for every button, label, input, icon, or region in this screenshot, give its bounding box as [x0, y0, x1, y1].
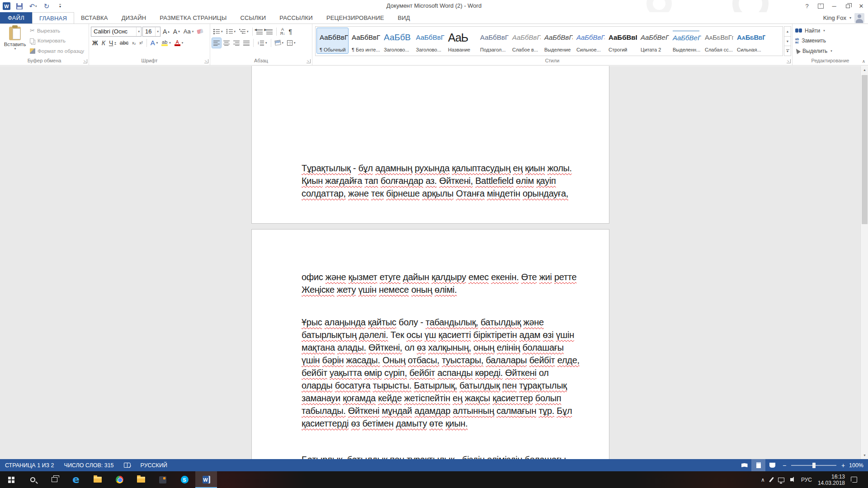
change-case-button[interactable]: Аа	[182, 27, 195, 37]
tray-clock[interactable]: 16:13 14.03.2018	[818, 474, 845, 486]
document-page-2[interactable]: офис және қызмет етуге дайын қалдыру еме…	[251, 229, 609, 459]
dialog-launcher-icon[interactable]: ↘	[83, 59, 87, 63]
zoom-out-button[interactable]: −	[779, 462, 789, 469]
restore-button[interactable]	[841, 1, 854, 12]
style-card-h1[interactable]: АаБбВЗаголово...	[381, 28, 412, 53]
print-layout-button[interactable]	[751, 459, 765, 471]
style-card-normal[interactable]: АаБбВвГг,¶ Обычный	[317, 28, 348, 53]
highlight-color-button[interactable]: ab	[160, 38, 172, 48]
decrease-indent-button[interactable]: ◀	[255, 27, 264, 37]
bullets-button[interactable]	[212, 27, 224, 37]
multilevel-list-button[interactable]	[238, 27, 250, 37]
tab-file[interactable]: ФАЙЛ	[0, 12, 32, 23]
style-card-em[interactable]: АаБбВвГаВыделение	[542, 28, 573, 53]
select-button[interactable]: Выделить	[795, 47, 865, 55]
tab-mailings[interactable]: РАССЫЛКИ	[273, 12, 320, 23]
sort-button[interactable]: АЯ↓	[279, 27, 287, 37]
network-icon[interactable]	[778, 478, 784, 482]
style-card-quote[interactable]: АаБбВеГаЦитата 2	[638, 28, 669, 53]
zoom-in-button[interactable]: +	[838, 462, 848, 469]
vertical-scrollbar[interactable]: ▲ ▼	[860, 66, 868, 459]
clear-formatting-button[interactable]	[196, 27, 204, 37]
style-card-subtitle[interactable]: АаБбВвГПодзагол...	[477, 28, 509, 53]
word-button[interactable]: W	[195, 471, 217, 488]
styles-more-icon[interactable]: ▼	[784, 46, 791, 56]
style-card-strict[interactable]: АаБбВвГг,Строгий	[606, 28, 637, 53]
style-card-iquote[interactable]: АаБбВеГаВыделенн...	[670, 28, 701, 53]
taskview-button[interactable]	[43, 471, 65, 488]
folder-button[interactable]	[87, 471, 108, 488]
style-card-subtle-ref[interactable]: АаБбВвГг,Слабая сс...	[702, 28, 733, 53]
paste-button[interactable]: Вставить	[2, 26, 28, 56]
edge-button[interactable]: e	[65, 471, 87, 488]
skype-button[interactable]: S	[174, 471, 195, 488]
line-spacing-button[interactable]: ↕	[256, 38, 269, 48]
language-indicator[interactable]: РУССКИЙ	[136, 459, 172, 471]
align-left-button[interactable]	[212, 38, 221, 48]
tab-view[interactable]: ВИД	[391, 12, 417, 23]
show-formatting-marks-button[interactable]: ¶	[288, 27, 294, 37]
dialog-launcher-icon[interactable]: ↘	[787, 59, 791, 63]
grow-font-button[interactable]: А	[161, 27, 171, 37]
font-size-combo[interactable]: 16▾	[142, 27, 160, 37]
tab-home[interactable]: ГЛАВНАЯ	[32, 12, 74, 23]
action-center-icon[interactable]	[851, 477, 857, 483]
dialog-launcher-icon[interactable]: ↘	[307, 59, 311, 63]
font-name-combo[interactable]: Calibri (Оснс▾	[91, 27, 142, 37]
app-button[interactable]	[152, 471, 174, 488]
replace-button[interactable]: abacЗаменить	[795, 37, 865, 45]
page-indicator[interactable]: СТРАНИЦА 1 ИЗ 2	[0, 459, 59, 471]
increase-indent-button[interactable]: ▶	[265, 27, 274, 37]
chrome-button[interactable]	[108, 471, 130, 488]
tab-design[interactable]: ДИЗАЙН	[115, 12, 153, 23]
style-card-subtle-em[interactable]: АаБбВвГаСлабое в...	[509, 28, 541, 53]
underline-button[interactable]: Ч	[108, 38, 118, 48]
tab-layout[interactable]: РАЗМЕТКА СТРАНИЦЫ	[153, 12, 233, 23]
subscript-button[interactable]: x₂	[131, 38, 137, 48]
ink-pen-icon[interactable]	[771, 477, 772, 483]
numbering-button[interactable]	[225, 27, 237, 37]
strikethrough-button[interactable]: abc	[118, 38, 130, 48]
search-button[interactable]	[22, 471, 43, 488]
document-canvas[interactable]: Тұрақтылық - бұл адамның рухында қалыпта…	[0, 66, 868, 459]
ribbon-display-options-button[interactable]	[814, 1, 827, 12]
align-right-button[interactable]	[232, 38, 241, 48]
word-count[interactable]: ЧИСЛО СЛОВ: 315	[59, 459, 119, 471]
find-button[interactable]: Найти	[795, 27, 865, 34]
scroll-up-icon[interactable]: ▲	[861, 66, 868, 74]
style-card-title[interactable]: АаЬНазвание	[445, 28, 476, 53]
tray-chevron-icon[interactable]: ∧	[761, 477, 765, 483]
font-color-button[interactable]: А	[173, 38, 185, 48]
style-card-strong-ref[interactable]: АаБбВвГг,Сильная...	[734, 28, 765, 53]
shrink-font-button[interactable]: А	[172, 27, 181, 37]
borders-button[interactable]	[286, 38, 297, 48]
styles-scroll-up-icon[interactable]: ▲	[784, 26, 791, 37]
copy-button[interactable]: Копировать	[30, 37, 84, 45]
zoom-level[interactable]: 100%	[848, 462, 868, 469]
account-chip[interactable]: King Fox ▾	[823, 12, 864, 23]
folder2-button[interactable]	[130, 471, 152, 488]
dialog-launcher-icon[interactable]: ↘	[204, 59, 208, 63]
scroll-down-icon[interactable]: ▼	[861, 451, 868, 459]
text-effects-button[interactable]: А	[149, 38, 160, 48]
collapse-ribbon-icon[interactable]: ∧	[862, 59, 865, 64]
superscript-button[interactable]: x²	[138, 38, 144, 48]
shading-button[interactable]	[274, 38, 285, 48]
styles-scroll-down-icon[interactable]: ▼	[784, 37, 791, 47]
tab-insert[interactable]: ВСТАВКА	[74, 12, 115, 23]
align-center-button[interactable]	[222, 38, 231, 48]
style-card-h2[interactable]: АаБбВвГЗаголово...	[413, 28, 444, 53]
zoom-slider-thumb[interactable]	[812, 463, 816, 468]
tab-references[interactable]: ССЫЛКИ	[233, 12, 273, 23]
format-painter-button[interactable]: Формат по образцу	[30, 47, 84, 55]
start-button[interactable]	[0, 471, 22, 488]
cut-button[interactable]: ✂Вырезать	[30, 27, 84, 34]
help-button[interactable]: ?	[800, 1, 814, 12]
justify-button[interactable]	[242, 38, 251, 48]
volume-icon[interactable]	[790, 478, 795, 481]
minimize-button[interactable]: ─	[827, 1, 841, 12]
web-layout-button[interactable]	[765, 459, 779, 471]
spellcheck-status[interactable]	[119, 459, 136, 471]
close-button[interactable]: ✕	[854, 1, 868, 12]
italic-button[interactable]: К	[100, 38, 107, 48]
